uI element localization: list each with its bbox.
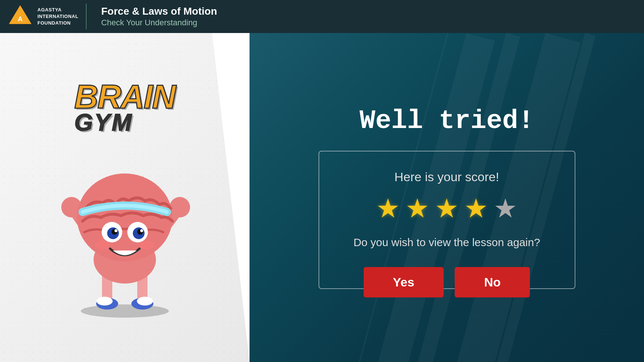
brain-gym-content: BRAIN GYM xyxy=(48,75,202,321)
svg-point-6 xyxy=(97,297,113,306)
logo-area: A AGASTYA INTERNATIONAL FOUNDATION xyxy=(7,4,87,29)
star-3: ★ xyxy=(435,195,459,222)
yes-button[interactable]: Yes xyxy=(364,267,444,297)
svg-point-8 xyxy=(137,297,153,306)
svg-point-21 xyxy=(114,229,117,232)
star-1: ★ xyxy=(376,195,400,222)
action-buttons: Yes No xyxy=(349,267,545,297)
brain-gym-title: BRAIN GYM xyxy=(74,82,175,134)
right-panel: Well tried! Here is your score! ★ ★ ★ ★ … xyxy=(250,33,644,362)
score-card: Here is your score! ★ ★ ★ ★ ★ Do you wis… xyxy=(319,151,575,289)
svg-point-24 xyxy=(139,241,154,249)
svg-point-23 xyxy=(95,241,110,249)
stars-row: ★ ★ ★ ★ ★ xyxy=(349,195,545,222)
left-panel: BRAIN GYM xyxy=(0,33,250,362)
page-title: Force & Laws of Motion xyxy=(101,6,217,17)
score-label: Here is your score! xyxy=(349,170,545,184)
svg-point-13 xyxy=(170,197,190,217)
star-5: ★ xyxy=(494,195,517,222)
svg-text:A: A xyxy=(18,15,23,23)
star-2: ★ xyxy=(405,195,429,222)
svg-point-22 xyxy=(140,229,143,232)
agastya-logo-icon: A xyxy=(7,4,33,29)
brain-text: BRAIN xyxy=(74,82,175,112)
brain-character xyxy=(48,137,202,320)
view-lesson-question: Do you wish to view the lesson again? xyxy=(349,236,545,249)
star-4: ★ xyxy=(464,195,488,222)
header: A AGASTYA INTERNATIONAL FOUNDATION Force… xyxy=(0,0,644,33)
main-content: BRAIN GYM xyxy=(0,33,644,362)
header-titles: Force & Laws of Motion Check Your Unders… xyxy=(94,6,217,28)
logo-text: AGASTYA INTERNATIONAL FOUNDATION xyxy=(37,7,79,27)
page-subtitle: Check Your Understanding xyxy=(101,18,217,28)
no-button[interactable]: No xyxy=(455,267,530,297)
svg-point-2 xyxy=(81,304,169,318)
well-tried-heading: Well tried! xyxy=(360,106,534,136)
